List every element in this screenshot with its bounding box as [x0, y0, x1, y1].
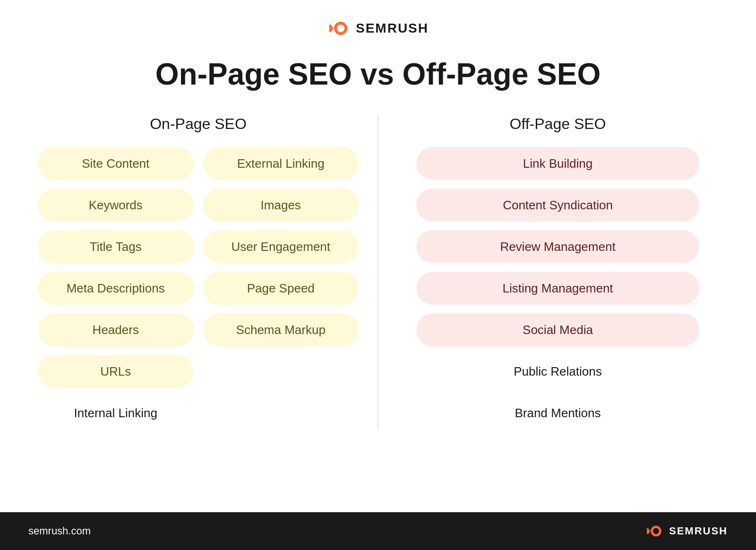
off-page-column-header: Off-Page SEO — [510, 115, 606, 133]
page-title: On-Page SEO vs Off-Page SEO — [155, 57, 601, 92]
list-item: Title Tags — [38, 230, 194, 263]
footer: semrush.com SEMRUSH — [0, 512, 756, 550]
list-item: Meta Descriptions — [38, 272, 194, 305]
main-content: SEMRUSH On-Page SEO vs Off-Page SEO On-P… — [0, 0, 756, 512]
list-item: External Linking — [203, 147, 359, 180]
list-item: Site Content — [38, 147, 194, 180]
list-item: Social Media — [416, 313, 699, 346]
column-divider — [378, 115, 378, 430]
on-page-column-header: On-Page SEO — [150, 115, 247, 133]
list-item: Images — [203, 189, 359, 222]
header-logo: SEMRUSH — [327, 19, 429, 38]
list-item: Internal Linking — [38, 396, 194, 430]
list-item: Schema Markup — [203, 313, 359, 346]
list-item: Public Relations — [416, 355, 699, 388]
off-page-column: Off-Page SEO Link Building Content Syndi… — [388, 115, 728, 430]
on-page-items-grid: Site Content Keywords Title Tags Meta De… — [28, 147, 368, 430]
list-item: Review Management — [416, 230, 699, 263]
on-page-left-items: Site Content Keywords Title Tags Meta De… — [38, 147, 194, 430]
semrush-logo-icon — [327, 19, 351, 38]
list-item: Listing Management — [416, 272, 699, 305]
list-item: Content Syndication — [416, 189, 699, 222]
svg-point-3 — [653, 528, 659, 534]
header-logo-text: SEMRUSH — [356, 21, 429, 36]
list-item: URLs — [38, 355, 194, 388]
list-item: Link Building — [416, 147, 699, 180]
svg-point-1 — [337, 25, 344, 32]
list-item: User Engagement — [203, 230, 359, 263]
list-item: Headers — [38, 313, 194, 346]
on-page-column: On-Page SEO Site Content Keywords Title … — [28, 115, 368, 430]
list-item: Keywords — [38, 189, 194, 222]
on-page-right-items: External Linking Images User Engagement … — [203, 147, 359, 430]
footer-logo-text: SEMRUSH — [669, 525, 728, 537]
footer-logo-icon — [645, 524, 664, 539]
list-item: Page Speed — [203, 272, 359, 305]
comparison-container: On-Page SEO Site Content Keywords Title … — [28, 115, 728, 430]
footer-url: semrush.com — [28, 525, 91, 537]
off-page-items-list: Link Building Content Syndication Review… — [388, 147, 728, 430]
list-item: Brand Mentions — [416, 396, 699, 430]
footer-logo: SEMRUSH — [645, 524, 728, 539]
